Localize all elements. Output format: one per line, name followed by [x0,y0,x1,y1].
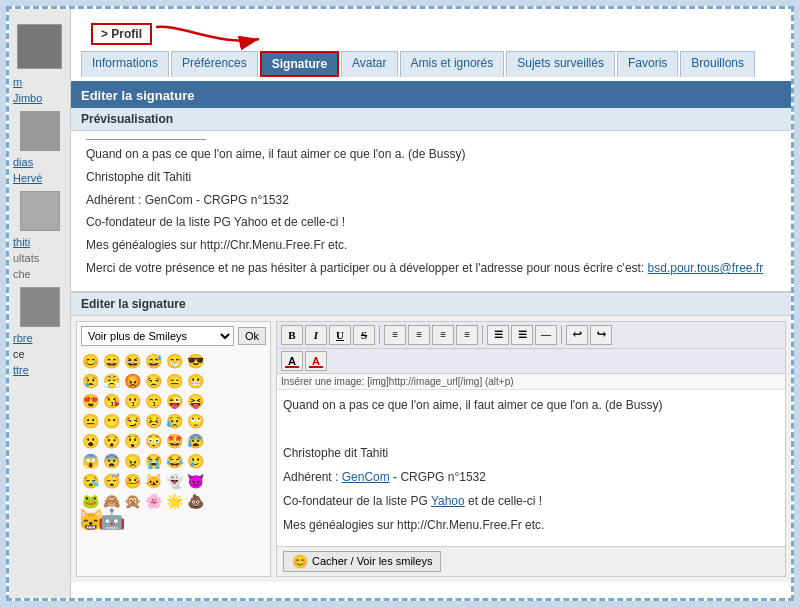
undo-button[interactable]: ↩ [566,325,588,345]
editor-yahoo-link[interactable]: Yahoo [431,494,465,508]
smiley-12[interactable]: 😬 [186,372,204,390]
tab-brouillons[interactable]: Brouillons [680,51,755,77]
smiley-29[interactable]: 🤩 [165,432,183,450]
editor-line4: Adhérent : GenCom - CRGPG n°1532 [283,468,779,486]
smiley-26[interactable]: 😯 [102,432,120,450]
section-header: Editer la signature [71,83,791,108]
smiley-30[interactable]: 😰 [186,432,204,450]
smiley-38[interactable]: 😴 [102,472,120,490]
sidebar-item-jimbo[interactable]: Jimbo [9,90,70,106]
tab-sujets[interactable]: Sujets surveillés [506,51,615,77]
smiley-4[interactable]: 😅 [144,352,162,370]
bg-color-button[interactable]: A [305,351,327,371]
smiley-34[interactable]: 😭 [144,452,162,470]
smiley-row-9: 😸 🤖 [81,512,266,530]
tab-signature[interactable]: Signature [260,51,339,77]
smiley-1[interactable]: 😊 [81,352,99,370]
bold-button[interactable]: B [281,325,303,345]
smiley-5[interactable]: 😁 [165,352,183,370]
smiley-45[interactable]: 🙊 [123,492,141,510]
smiley-row-3: 😍 😘 😗 😙 😜 😝 [81,392,266,410]
tab-preferences[interactable]: Préférences [171,51,258,77]
smiley-grid-inner: 😊 😄 😆 😅 😁 😎 😢 😤 😡 😒 😑 [81,352,266,530]
tab-favoris[interactable]: Favoris [617,51,678,77]
smiley-6[interactable]: 😎 [186,352,204,370]
profil-breadcrumb[interactable]: > Profil [91,23,152,45]
smiley-37[interactable]: 😪 [81,472,99,490]
preview-content: Quand on a pas ce que l'on aime, il faut… [71,131,791,292]
smiley-27[interactable]: 😲 [123,432,141,450]
smiley-16[interactable]: 😙 [144,392,162,410]
editor-toolbar-row1: B I U S ≡ ≡ ≡ ≡ ☰ ☰ — ↩ ↪ [277,322,785,349]
smiley-7[interactable]: 😢 [81,372,99,390]
smiley-41[interactable]: 👻 [165,472,183,490]
smiley-10[interactable]: 😒 [144,372,162,390]
smiley-8[interactable]: 😤 [102,372,120,390]
list-bullet-button[interactable]: ☰ [487,325,509,345]
sidebar-item-ttre[interactable]: ttre [9,362,70,378]
smiley-47[interactable]: 🌟 [165,492,183,510]
smiley-ok-button[interactable]: Ok [238,327,266,345]
smiley-25[interactable]: 😮 [81,432,99,450]
sidebar-item-thiti[interactable]: thiti [9,234,70,250]
redo-button[interactable]: ↪ [590,325,612,345]
smiley-35[interactable]: 😂 [165,452,183,470]
smiley-22[interactable]: 😣 [144,412,162,430]
smiley-21[interactable]: 😏 [123,412,141,430]
smiley-20[interactable]: 😶 [102,412,120,430]
tab-informations[interactable]: Informations [81,51,169,77]
separator-line [86,139,206,140]
avatar-2 [20,111,60,151]
underline-button[interactable]: U [329,325,351,345]
smiley-3[interactable]: 😆 [123,352,141,370]
list-numbered-button[interactable]: ☰ [511,325,533,345]
smiley-15[interactable]: 😗 [123,392,141,410]
smiley-13[interactable]: 😍 [81,392,99,410]
smiley-50[interactable]: 🤖 [102,512,120,530]
preview-contact-email[interactable]: bsd.pour.tous@free.fr [648,261,764,275]
smiley-36[interactable]: 🥲 [186,452,204,470]
smiley-11[interactable]: 😑 [165,372,183,390]
editor-line1: Quand on a pas ce que l'on aime, il faut… [283,396,779,414]
editor-content[interactable]: Quand on a pas ce que l'on aime, il faut… [277,390,785,546]
smiley-28[interactable]: 😳 [144,432,162,450]
smiley-39[interactable]: 🤒 [123,472,141,490]
hide-smileys-button[interactable]: 😊 Cacher / Voir les smileys [283,551,441,572]
italic-button[interactable]: I [305,325,327,345]
smiley-23[interactable]: 😥 [165,412,183,430]
editor-gencom-link[interactable]: GenCom [342,470,390,484]
sidebar-item-1[interactable]: m [9,74,70,90]
smiley-2[interactable]: 😄 [102,352,120,370]
smiley-32[interactable]: 😨 [102,452,120,470]
smiley-46[interactable]: 🌸 [144,492,162,510]
strikethrough-button[interactable]: S [353,325,375,345]
smiley-19[interactable]: 😐 [81,412,99,430]
smiley-40[interactable]: 🐱 [144,472,162,490]
sidebar-item-rbre[interactable]: rbre [9,330,70,346]
editor-line5: Co-fondateur de la liste PG Yahoo et de … [283,492,779,510]
text-color-button[interactable]: A [281,351,303,371]
preview-contact: Merci de votre présence et ne pas hésite… [86,260,776,277]
sidebar-item-dias[interactable]: dias [9,154,70,170]
tab-avatar[interactable]: Avatar [341,51,397,77]
smiley-17[interactable]: 😜 [165,392,183,410]
preview-label: Prévisualisation [71,108,791,131]
tab-amis[interactable]: Amis et ignorés [400,51,505,77]
smiley-18[interactable]: 😝 [186,392,204,410]
smiley-9[interactable]: 😡 [123,372,141,390]
smiley-select[interactable]: Voir plus de Smileys [81,326,234,346]
smiley-14[interactable]: 😘 [102,392,120,410]
smiley-49[interactable]: 😸 [81,512,99,530]
align-justify-button[interactable]: ≡ [456,325,478,345]
align-left-button[interactable]: ≡ [384,325,406,345]
smiley-33[interactable]: 😠 [123,452,141,470]
smiley-31[interactable]: 😱 [81,452,99,470]
editor-line6: Mes généalogies sur http://Chr.Menu.Free… [283,516,779,534]
smiley-42[interactable]: 😈 [186,472,204,490]
hr-button[interactable]: — [535,325,557,345]
smiley-48[interactable]: 💩 [186,492,204,510]
align-center-button[interactable]: ≡ [408,325,430,345]
align-right-button[interactable]: ≡ [432,325,454,345]
smiley-24[interactable]: 🙄 [186,412,204,430]
sidebar-item-herve[interactable]: Hervé [9,170,70,186]
